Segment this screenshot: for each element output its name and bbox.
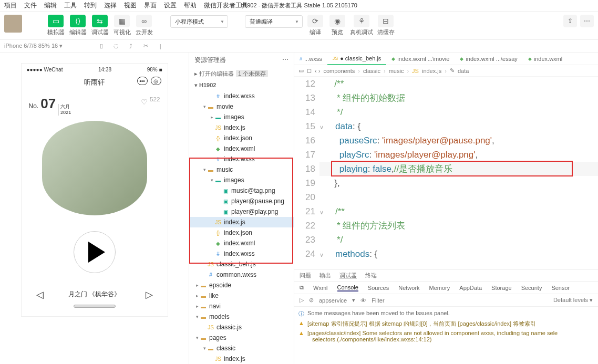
editor-tab[interactable]: ◆index.wxml ...\movie — [386, 53, 455, 65]
tab-output[interactable]: 输出 — [319, 272, 331, 279]
prev-icon[interactable]: ◁ — [36, 289, 44, 300]
tree-item[interactable]: ▸▬like — [189, 290, 294, 301]
debugger-button[interactable]: ⇆调试器 — [90, 15, 109, 36]
tree-item[interactable]: JSindex.js — [189, 122, 294, 133]
target-icon[interactable]: ◎ — [151, 77, 161, 85]
crumb[interactable]: data — [458, 68, 469, 74]
tab-security[interactable]: Security — [521, 285, 542, 291]
phone-icon[interactable]: ▯ — [97, 42, 106, 50]
menu-item[interactable]: 帮助 — [184, 1, 197, 10]
visual-button[interactable]: ▦可视化 — [112, 15, 131, 36]
tab-memory[interactable]: Memory — [429, 285, 450, 291]
bottom-panel: 问题 输出 调试器 终端 ⧉ Wxml Console Sources Netw… — [294, 269, 598, 364]
tab-network[interactable]: Network — [398, 285, 419, 291]
tab-wxml[interactable]: Wxml — [313, 285, 328, 291]
tree-item[interactable]: JSindex.js — [189, 353, 294, 364]
realdebug-button[interactable]: ⚘真机调试 — [350, 15, 373, 36]
nav-back-icon[interactable]: ▭ — [298, 67, 304, 74]
play-icon[interactable]: ▷ — [300, 297, 304, 304]
crumb[interactable]: components — [323, 68, 355, 74]
crumb[interactable]: music — [389, 68, 404, 74]
bookmark-icon[interactable]: ◻ — [307, 67, 312, 74]
tree-item[interactable]: JSclassic.js — [189, 322, 294, 332]
tree-item[interactable]: #common.wxss — [189, 269, 294, 280]
preview-button[interactable]: ◉预览 — [328, 15, 347, 36]
menu-item[interactable]: 选择 — [104, 1, 117, 10]
heart-icon[interactable]: ♡ 522 — [141, 96, 160, 106]
crumb[interactable]: classic — [363, 68, 380, 74]
tree-item[interactable]: JSclassic_beh.js — [189, 259, 294, 269]
tree-item[interactable]: ▣player@pause.png — [189, 196, 294, 206]
project-root[interactable]: ▾ H1902 — [189, 80, 294, 91]
progress-slider[interactable] — [74, 305, 116, 308]
tab-terminal[interactable]: 终端 — [365, 272, 377, 279]
menu-item[interactable]: 视图 — [124, 1, 137, 10]
next-icon[interactable]: ▷ — [146, 289, 153, 300]
mute-icon[interactable]: ◌ — [112, 42, 120, 50]
context-select[interactable]: appservice — [319, 297, 347, 304]
device-selector[interactable]: iPhone 6/7/8 85% 16 ▾ — [4, 43, 63, 49]
tree-item[interactable]: #index.wxss — [189, 154, 294, 164]
menu-item[interactable]: 转到 — [84, 1, 97, 10]
tree-item[interactable]: {}index.json — [189, 227, 294, 238]
cut-icon[interactable]: ✂ — [141, 42, 150, 50]
tree-item[interactable]: JSindex.js — [189, 217, 294, 227]
filter-input[interactable] — [372, 297, 548, 304]
more-icon[interactable]: ⋯ — [580, 15, 594, 27]
tree-item[interactable]: ▾▬movie — [189, 101, 294, 112]
tree-item[interactable]: ▾▬pages — [189, 332, 294, 343]
tab-sensor[interactable]: Sensor — [551, 285, 570, 291]
code-editor[interactable]: 12131415161718192021222324 /** * 组件的初始数据… — [294, 77, 598, 269]
tree-item[interactable]: ▣music@tag.png — [189, 185, 294, 196]
tab-appdata[interactable]: AppData — [459, 285, 482, 291]
explorer-more-icon[interactable]: ⋯ — [282, 56, 288, 65]
menu-item[interactable]: 文件 — [24, 1, 37, 10]
tab-storage[interactable]: Storage — [491, 285, 512, 291]
cache-button[interactable]: ⊟清缓存 — [376, 15, 395, 36]
tree-item[interactable]: ▾▬classic — [189, 343, 294, 353]
tree-item[interactable]: ▾▬music — [189, 164, 294, 175]
tree-item[interactable]: ▣player@play.png — [189, 206, 294, 217]
tab-sources[interactable]: Sources — [368, 285, 389, 291]
simulator-button[interactable]: ▭模拟器 — [46, 15, 65, 36]
menu-item[interactable]: 设置 — [164, 1, 177, 10]
tree-item[interactable]: ◆index.wxml — [189, 143, 294, 154]
share-icon[interactable]: ⤴ — [127, 42, 135, 50]
compile-button[interactable]: ⟳编译 — [306, 15, 325, 36]
editor-tab[interactable]: #...wxss — [294, 53, 327, 65]
editor-tab[interactable]: ◆index.wxml — [523, 53, 568, 65]
clear-icon[interactable]: ⊘ — [309, 297, 314, 304]
editor-tab[interactable]: ◆index.wxml ...\essay — [455, 53, 522, 65]
play-button[interactable] — [74, 231, 116, 273]
editor-button[interactable]: ⟨⟩编辑器 — [68, 15, 87, 36]
tree-item[interactable]: ▾▬images — [189, 175, 294, 185]
tree-item[interactable]: ▸▬navi — [189, 301, 294, 311]
crumb[interactable]: index.js — [422, 68, 441, 74]
inspect-icon[interactable]: ⧉ — [300, 284, 304, 291]
upload-icon[interactable]: ⇪ — [563, 15, 577, 27]
menu-item[interactable]: 工具 — [64, 1, 77, 10]
menu-dots-icon[interactable]: ••• — [137, 77, 148, 85]
menu-item[interactable]: 项目 — [4, 1, 17, 10]
tree-item[interactable]: ▸▬images — [189, 112, 294, 122]
tree-item[interactable]: #index.wxss — [189, 248, 294, 259]
menu-item[interactable]: 编辑 — [44, 1, 57, 10]
editor-tab[interactable]: JS● classic_beh.js — [327, 53, 387, 65]
mode-select[interactable]: 小程序模式 — [170, 15, 228, 28]
tab-debugger[interactable]: 调试器 — [339, 272, 357, 279]
levels-select[interactable]: Default levels ▾ — [553, 297, 593, 304]
eye-icon[interactable]: 👁 — [360, 297, 366, 304]
compile-select[interactable]: 普通编译 — [245, 15, 303, 28]
tab-problems[interactable]: 问题 — [300, 272, 311, 279]
date-text: 六月2021 — [58, 104, 71, 116]
tree-item[interactable]: {}index.json — [189, 133, 294, 143]
tree-item[interactable]: #index.wxss — [189, 91, 294, 101]
menu-item[interactable]: 界面 — [144, 1, 157, 10]
clouddev-button[interactable]: ∞云开发 — [135, 15, 153, 36]
avatar[interactable] — [4, 15, 22, 33]
opened-editors[interactable]: ▸ 打开的编辑器1 个未保存 — [189, 68, 294, 80]
tree-item[interactable]: ▸▬epsoide — [189, 280, 294, 290]
tree-item[interactable]: ◆index.wxml — [189, 238, 294, 248]
tab-console[interactable]: Console — [337, 284, 358, 292]
tree-item[interactable]: ▾▬models — [189, 311, 294, 322]
